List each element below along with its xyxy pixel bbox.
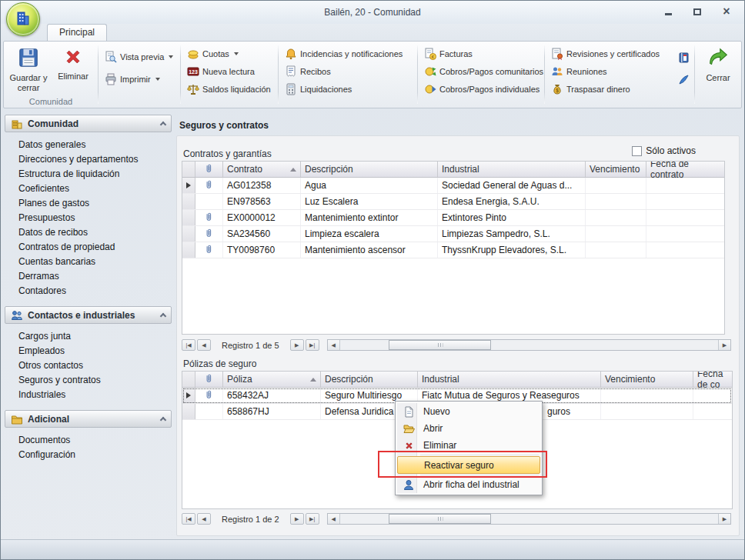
menu-item-eliminar[interactable]: Eliminar xyxy=(397,437,540,454)
recibos-button[interactable]: Recibos xyxy=(282,64,334,79)
sidebar-item-otros-contactos[interactable]: Otros contactos xyxy=(18,358,172,373)
sidebar: Comunidad Datos generales Direcciones y … xyxy=(5,115,172,539)
checkbox-box[interactable] xyxy=(632,146,642,156)
sidebar-item-industriales[interactable]: Industriales xyxy=(18,388,172,402)
application-menu-button[interactable] xyxy=(6,2,40,36)
contract-row[interactable]: EX0000012 Mantenimiento extintor Extinto… xyxy=(182,210,724,226)
horizontal-scrollbar[interactable]: ◀ ▶ xyxy=(327,513,731,525)
sidebar-item-cuentas-bancarias[interactable]: Cuentas bancarias xyxy=(18,255,172,269)
cerrar-button[interactable]: Cerrar xyxy=(697,44,740,95)
cobros-pagos-individuales-button[interactable]: Cobros/Pagos individuales xyxy=(421,82,543,97)
contract-row[interactable]: TY0098760 Mantenimiento ascensor ThyssnK… xyxy=(182,242,724,258)
reuniones-button[interactable]: Reuniones xyxy=(548,64,610,79)
column-header-contrato[interactable]: Contrato xyxy=(223,162,301,177)
ribbon: Guardar y cerrar Eliminar Comunidad Vist… xyxy=(3,41,742,108)
imprimir-button[interactable]: Imprimir xyxy=(102,72,163,87)
scrollbar-thumb[interactable] xyxy=(389,514,491,524)
vista-previa-button[interactable]: Vista previa xyxy=(102,49,176,65)
save-and-close-button[interactable]: Guardar y cerrar xyxy=(7,44,50,95)
sidebar-item-empleados[interactable]: Empleados xyxy=(18,344,172,358)
facturas-button[interactable]: € Facturas xyxy=(421,46,476,62)
paperclip-icon xyxy=(204,163,214,175)
menu-item-abrir[interactable]: Abrir xyxy=(397,420,540,437)
cuotas-button[interactable]: Cuotas xyxy=(184,46,242,62)
only-active-checkbox[interactable]: Sólo activos xyxy=(632,145,696,156)
sidebar-section-comunidad[interactable]: Comunidad xyxy=(5,115,172,132)
sidebar-item-contadores[interactable]: Contadores xyxy=(18,284,172,298)
contracts-grid-header: Contrato Descripción Industrial Vencimie… xyxy=(182,162,724,178)
scroll-left-button[interactable]: ◀ xyxy=(328,340,340,350)
cobros-pagos-comunitarios-button[interactable]: Cobros/Pagos comunitarios xyxy=(421,64,546,79)
menu-item-abrir-ficha-industrial[interactable]: Abrir ficha del industrial xyxy=(397,476,540,493)
sidebar-item-cargos-junta[interactable]: Cargos junta xyxy=(18,329,172,344)
sidebar-item-datos-recibos[interactable]: Datos de recibos xyxy=(18,225,172,240)
revisiones-button[interactable]: Revisiones y certificados xyxy=(548,46,663,62)
row-indicator xyxy=(182,210,195,225)
community-payments-icon xyxy=(424,65,436,78)
column-header-vencimiento[interactable]: Vencimiento xyxy=(601,372,693,387)
signature-button[interactable] xyxy=(676,72,691,87)
sidebar-item-documentos[interactable]: Documentos xyxy=(18,433,172,448)
contract-row[interactable]: AG012358 Agua Sociedad General de Aguas … xyxy=(182,178,724,194)
contract-row[interactable]: SA234560 Limpieza escalera Limpiezas Sam… xyxy=(182,226,724,242)
column-header-descripcion[interactable]: Descripción xyxy=(321,372,418,387)
minimize-button[interactable] xyxy=(660,5,677,18)
sidebar-item-presupuestos[interactable]: Presupuestos xyxy=(18,211,172,225)
sidebar-item-planes-gastos[interactable]: Planes de gastos xyxy=(18,196,172,211)
incidencias-button[interactable]: Incidencias y notificaciones xyxy=(282,46,406,62)
column-header-poliza[interactable]: Póliza xyxy=(223,372,321,387)
menu-item-reactivar-seguro[interactable]: Reactivar seguro xyxy=(397,456,540,474)
last-record-button[interactable]: ▶| xyxy=(306,339,319,351)
current-row-arrow-icon xyxy=(186,182,191,188)
row-indicator xyxy=(182,178,195,193)
column-header-industrial[interactable]: Industrial xyxy=(418,372,601,387)
sidebar-item-datos-generales[interactable]: Datos generales xyxy=(18,138,172,152)
last-record-button[interactable]: ▶| xyxy=(306,513,319,525)
scroll-left-button[interactable]: ◀ xyxy=(328,514,340,524)
attachment-column-header[interactable] xyxy=(195,162,223,177)
scrollbar-thumb[interactable] xyxy=(389,340,491,350)
restore-button[interactable] xyxy=(689,5,706,18)
delete-button[interactable]: Eliminar xyxy=(52,44,95,95)
sidebar-section-adicional[interactable]: Adicional xyxy=(5,410,172,428)
sidebar-item-seguros-contratos[interactable]: Seguros y contratos xyxy=(18,373,172,388)
prev-record-button[interactable]: ◀ xyxy=(197,513,211,525)
scrollbar-track[interactable] xyxy=(340,340,718,350)
column-header-fecha[interactable]: Fecha de co xyxy=(693,372,732,387)
next-record-button[interactable]: ▶ xyxy=(290,513,304,525)
first-record-button[interactable]: |◀ xyxy=(182,513,195,525)
sidebar-item-coeficientes[interactable]: Coeficientes xyxy=(18,182,172,196)
nueva-lectura-button[interactable]: 123 Nueva lectura xyxy=(184,64,258,79)
sidebar-item-configuracion[interactable]: Configuración xyxy=(18,448,172,462)
record-status: Registro 1 de 5 xyxy=(212,341,289,350)
column-header-fecha-contrato[interactable]: Fecha de contrato xyxy=(646,162,724,177)
column-header-vencimiento[interactable]: Vencimiento xyxy=(586,162,646,177)
sidebar-item-direcciones[interactable]: Direcciones y departamentos xyxy=(18,152,172,167)
ribbon-group-print: Vista previa Imprimir xyxy=(100,42,179,108)
meter-reading-icon: 123 xyxy=(187,65,199,78)
notes-button[interactable] xyxy=(676,49,691,65)
first-record-button[interactable]: |◀ xyxy=(182,339,195,351)
horizontal-scrollbar[interactable]: ◀ ▶ xyxy=(327,339,731,351)
sidebar-item-contratos-propiedad[interactable]: Contratos de propiedad xyxy=(18,240,172,255)
next-record-button[interactable]: ▶ xyxy=(290,339,304,351)
sidebar-item-estructura-liquidacion[interactable]: Estructura de liquidación xyxy=(18,167,172,182)
scroll-right-button[interactable]: ▶ xyxy=(718,514,730,524)
sidebar-item-derramas[interactable]: Derramas xyxy=(18,269,172,284)
scroll-right-button[interactable]: ▶ xyxy=(718,340,730,350)
attachment-icon xyxy=(204,212,214,224)
scrollbar-track[interactable] xyxy=(340,514,718,524)
traspasar-dinero-button[interactable]: $ Traspasar dinero xyxy=(548,82,633,97)
attachment-column-header[interactable] xyxy=(195,372,223,387)
close-window-button[interactable]: × xyxy=(718,5,735,18)
contracts-section-label: Contratos y garantías xyxy=(183,148,272,159)
liquidaciones-button[interactable]: Liquidaciones xyxy=(282,82,355,97)
tab-principal[interactable]: Principal xyxy=(47,24,107,41)
saldos-liquidacion-button[interactable]: Saldos liquidación xyxy=(184,82,274,97)
prev-record-button[interactable]: ◀ xyxy=(197,339,211,351)
column-header-industrial[interactable]: Industrial xyxy=(438,162,586,177)
column-header-descripcion[interactable]: Descripción xyxy=(301,162,438,177)
contract-row[interactable]: EN978563 Luz Escalera Endesa Energia, S.… xyxy=(182,194,724,210)
menu-item-nuevo[interactable]: Nuevo xyxy=(397,403,540,420)
sidebar-section-contactos[interactable]: Contactos e industriales xyxy=(5,306,172,324)
